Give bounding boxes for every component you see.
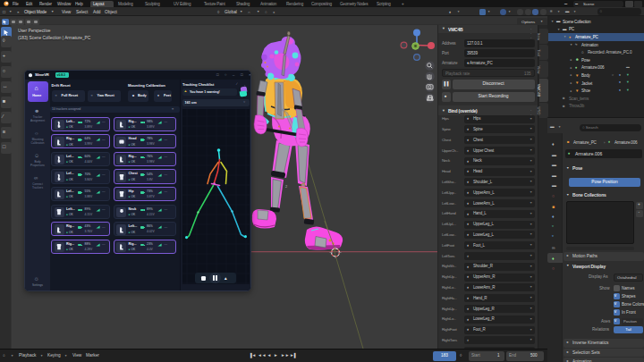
svg-text:2: 2 — [285, 184, 288, 189]
